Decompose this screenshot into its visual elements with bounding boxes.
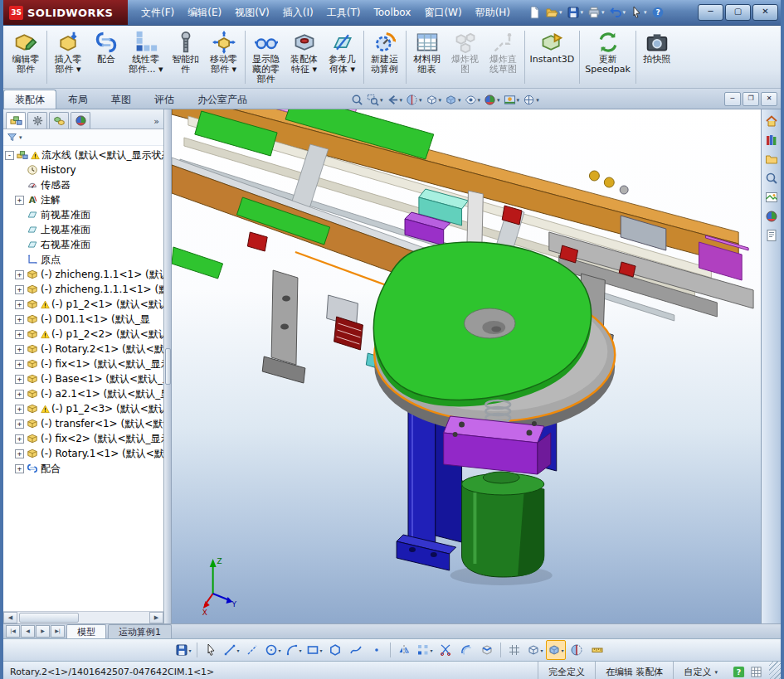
open-button[interactable]: ▾ [544, 5, 563, 20]
featuremanager-tab[interactable] [6, 112, 26, 129]
print-button[interactable]: ▾ [587, 5, 606, 20]
spline-button[interactable] [346, 640, 366, 660]
tree-expand-toggle[interactable]: + [15, 315, 24, 324]
reference-geometry-button[interactable]: 参考几 何体 ▾ [324, 27, 362, 87]
grid-status-icon[interactable] [750, 666, 762, 678]
hide-show-button[interactable]: ▾ [464, 93, 482, 107]
save-button[interactable]: ▾ [566, 5, 585, 20]
part-support-column[interactable] [262, 270, 305, 383]
tree-item[interactable]: 上视基准面 [3, 222, 163, 237]
tree-item[interactable]: 原点 [3, 252, 163, 267]
tree-item[interactable]: +(-) a2.1<1> (默认<默认_显 [3, 386, 163, 401]
menu-item[interactable]: 窗口(W) [417, 0, 468, 25]
panel-tabs-overflow[interactable]: » [153, 116, 163, 129]
tree-expand-toggle[interactable]: + [15, 390, 24, 399]
previous-view-button[interactable]: ▾ [386, 93, 404, 107]
tab-评估[interactable]: 评估 [143, 90, 186, 109]
tree-item[interactable]: +(-) Rotary.1<1> (默认<默认 [3, 446, 163, 461]
tree-item[interactable]: +(-) zhicheng.1.1<1> (默认< [3, 267, 163, 282]
scroll-left-arrow[interactable]: ◀ [3, 612, 17, 623]
tree-item[interactable]: +(-) Base<1> (默认<默认_显 [3, 371, 163, 386]
close-button[interactable]: ✕ [752, 4, 778, 21]
menu-item[interactable]: 帮助(H) [469, 0, 517, 25]
tree-expand-toggle[interactable]: + [15, 196, 24, 205]
tree-expand-toggle[interactable]: + [15, 420, 24, 429]
menu-item[interactable]: 视图(V) [228, 0, 276, 25]
tree-item[interactable]: 前视基准面 [3, 207, 163, 222]
tree-item[interactable]: +(-) D01.1<1> (默认_显 [3, 312, 163, 327]
tree-expand-toggle[interactable]: + [15, 434, 24, 444]
panel-splitter[interactable] [164, 109, 172, 623]
menu-item[interactable]: 文件(F) [134, 0, 181, 25]
zoom-fit-button[interactable] [350, 93, 364, 107]
tree-expand-toggle[interactable]: + [15, 330, 24, 339]
tree-filter-row[interactable]: ▾ [3, 129, 163, 146]
scroll-thumb[interactable] [19, 613, 79, 623]
file-explorer-button[interactable] [764, 152, 779, 167]
part-gearbox[interactable] [444, 416, 551, 474]
tree-item[interactable]: +(-) fix<2> (默认<默认_显示 [3, 431, 163, 446]
polygon-button[interactable] [325, 640, 345, 660]
graphics-viewport[interactable]: Z X Y [172, 109, 761, 623]
edit-component-button[interactable]: 编辑零 部件 [7, 27, 45, 87]
save-button[interactable]: ▾ [173, 640, 193, 660]
linear-pattern-button[interactable]: 线性零 部件... ▾ [125, 27, 167, 87]
tree-expand-toggle[interactable]: + [15, 405, 24, 414]
convert-button[interactable] [477, 640, 497, 660]
propertymanager-tab[interactable] [27, 112, 47, 129]
part-blue-feet[interactable] [397, 535, 455, 570]
tree-item[interactable]: +(-) Rotary.2<1> (默认<默认 [3, 342, 163, 356]
model-tab-运动算例1[interactable]: 运动算例1 [108, 624, 172, 638]
view-palette-button[interactable] [764, 190, 779, 205]
tree-expand-toggle[interactable]: + [15, 449, 24, 458]
sketch-pattern-button[interactable]: ▾ [415, 640, 435, 660]
doc-restore-button[interactable]: ❐ [743, 92, 759, 106]
trim-button[interactable] [436, 640, 455, 660]
configurationmanager-tab[interactable] [49, 112, 69, 129]
tree-expand-toggle[interactable]: - [5, 151, 14, 160]
snapshot-button[interactable]: 拍快照 [638, 27, 676, 87]
appearances-button[interactable] [764, 209, 779, 224]
model-tab-nav[interactable]: ▶| [51, 625, 65, 638]
centerline-button[interactable] [242, 640, 262, 660]
section-view-button[interactable] [567, 640, 587, 660]
menu-item[interactable]: 编辑(E) [181, 0, 228, 25]
minimize-button[interactable]: ─ [698, 4, 723, 21]
offset-button[interactable] [456, 640, 476, 660]
tree-expand-toggle[interactable]: + [15, 345, 24, 354]
tab-草图[interactable]: 草图 [100, 90, 143, 109]
smart-fasteners-button[interactable]: 智能扣 件 [167, 27, 205, 87]
splitter-handle[interactable] [165, 348, 171, 385]
edit-appearance-button[interactable]: ▾ [483, 93, 501, 107]
tree-item[interactable]: +(-) p1_2<3> (默认<默认 [3, 401, 163, 416]
maximize-button[interactable]: ▢ [725, 4, 751, 21]
model-tab-nav[interactable]: ◀ [21, 625, 35, 638]
zoom-area-button[interactable]: ▾ [366, 93, 384, 107]
select-arrow-button[interactable]: ▾ [629, 5, 648, 20]
circle-button[interactable]: ▾ [263, 640, 283, 660]
displaymanager-tab[interactable] [71, 112, 90, 129]
tab-布局[interactable]: 布局 [56, 90, 100, 109]
tree-item[interactable]: +(-) transfer<1> (默认<默认 [3, 416, 163, 431]
scroll-track[interactable] [17, 612, 149, 623]
show-hidden-button[interactable]: 显示隐 藏的零 部件 [247, 27, 285, 87]
arc-button[interactable]: ▾ [284, 640, 304, 660]
instant3d-button[interactable]: Instant3D [527, 27, 578, 87]
tab-装配体[interactable]: 装配体 [3, 90, 56, 109]
design-library-button[interactable] [764, 133, 779, 148]
help-button[interactable]: ? [650, 5, 665, 20]
move-component-button[interactable]: 移动零 部件 ▾ [205, 27, 243, 87]
speedpak-button[interactable]: 更新 Speedpak [582, 27, 634, 87]
undo-button[interactable]: ▾ [608, 5, 627, 20]
view-settings-button[interactable]: ▾ [522, 93, 540, 107]
home-button[interactable] [764, 114, 779, 129]
doc-close-button[interactable]: ✕ [761, 92, 777, 106]
tree-item[interactable]: 传感器 [3, 177, 163, 192]
tree-item[interactable]: +A注解 [3, 192, 163, 207]
tree-expand-toggle[interactable]: + [15, 300, 24, 309]
ruler-button[interactable] [587, 640, 607, 660]
line-button[interactable]: ▾ [222, 640, 241, 660]
section-view-button[interactable]: ▾ [405, 93, 423, 107]
menu-item[interactable]: 工具(T) [320, 0, 368, 25]
view-orientation-button[interactable]: ▾ [525, 640, 545, 660]
